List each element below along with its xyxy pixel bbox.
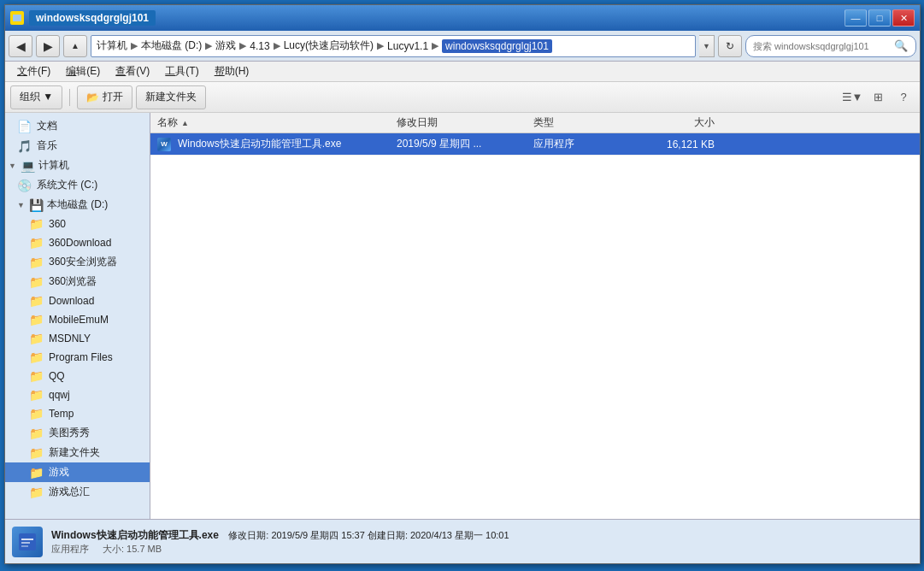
path-part-active: windowsksqdgrglgj101 [442, 39, 552, 53]
sidebar-item-doc-label: 文档 [37, 119, 57, 133]
folder-msdnly-icon: 📁 [29, 332, 44, 345]
open-label: 打开 [103, 90, 123, 104]
window-title: windowsksqdgrglgj101 [29, 10, 156, 26]
sidebar-item-programfiles-label: Program Files [49, 351, 113, 363]
menu-bar: 文件(F) 编辑(E) 查看(V) 工具(T) 帮助(H) [5, 62, 920, 82]
refresh-button[interactable]: ↻ [718, 35, 742, 57]
sidebar-item-download[interactable]: 📁 Download [5, 291, 150, 310]
separator-4: ▶ [274, 40, 280, 51]
file-type-value: 应用程序 [533, 138, 574, 150]
menu-file[interactable]: 文件(F) [10, 62, 57, 80]
file-name-cell: W Windows快速启动功能管理工具.exe [154, 137, 393, 151]
sidebar-item-newfolder-label: 新建文件夹 [49, 445, 100, 460]
back-button[interactable]: ◀ [9, 35, 32, 57]
close-button[interactable]: ✕ [892, 9, 915, 26]
c-drive-icon: 💿 [17, 179, 32, 192]
organize-button[interactable]: 组织 ▼ [10, 85, 62, 109]
sidebar-item-meitu-label: 美图秀秀 [49, 426, 90, 440]
sidebar-item-d-drive[interactable]: ▼ 💾 本地磁盘 (D:) [5, 195, 150, 215]
folder-360download-icon: 📁 [29, 236, 44, 250]
file-size-value: 16,121 KB [667, 138, 715, 150]
svg-rect-3 [21, 539, 33, 540]
sidebar-item-computer[interactable]: ▼ 💻 计算机 [5, 156, 150, 175]
col-header-date[interactable]: 修改日期 [393, 115, 530, 130]
panel-toggle-button[interactable]: ⊞ [867, 86, 889, 109]
sidebar-item-360-label: 360 [49, 218, 66, 230]
d-drive-icon: 💾 [29, 198, 44, 212]
address-path[interactable]: 计算机 ▶ 本地磁盘 (D:) ▶ 游戏 ▶ 4.13 ▶ Lucy(快速启动软… [91, 35, 696, 57]
sidebar-item-mobileemu[interactable]: 📁 MobileEmuM [5, 310, 150, 329]
separator-1: ▶ [131, 40, 138, 51]
sidebar-item-games[interactable]: 📁 游戏 [5, 462, 150, 482]
minimize-button[interactable]: — [845, 9, 867, 26]
file-size-cell: 16,121 KB [633, 138, 718, 150]
help-button[interactable]: ? [892, 86, 915, 109]
sidebar-item-newfolder[interactable]: 📁 新建文件夹 [5, 443, 150, 462]
sidebar-item-doc[interactable]: 📄 文档 [5, 116, 150, 136]
view-toggle-button[interactable]: ☰▼ [841, 86, 863, 109]
sidebar-item-qq[interactable]: 📁 QQ [5, 367, 150, 386]
col-header-type[interactable]: 类型 [530, 115, 633, 130]
sidebar-item-msdnly[interactable]: 📁 MSDNLY [5, 329, 150, 348]
sidebar-item-temp-label: Temp [49, 408, 74, 420]
computer-icon: 💻 [21, 159, 35, 173]
open-button[interactable]: 📂 打开 [77, 85, 132, 109]
menu-tools[interactable]: 工具(T) [158, 62, 205, 80]
sidebar-item-d-drive-label: 本地磁盘 (D:) [47, 197, 108, 212]
status-size: 大小: 15.7 MB [103, 543, 162, 556]
window-icon [10, 11, 24, 25]
sidebar: 📄 文档 🎵 音乐 ▼ 💻 计算机 💿 系统文件 (C:) ▼ [5, 113, 150, 519]
col-header-size[interactable]: 大小 [633, 115, 718, 130]
maximize-button[interactable]: □ [868, 9, 891, 26]
sidebar-item-meitu[interactable]: 📁 美图秀秀 [5, 423, 150, 443]
col-header-name[interactable]: 名称 ▲ [154, 115, 393, 130]
computer-expand-arrow: ▼ [9, 162, 17, 170]
sidebar-item-games-label: 游戏 [49, 465, 69, 480]
svg-rect-5 [21, 545, 28, 547]
status-info: Windows快速启动功能管理工具.exe 修改日期: 2019/5/9 星期四… [51, 528, 913, 556]
folder-360-icon: 📁 [29, 217, 44, 231]
menu-edit[interactable]: 编辑(E) [59, 62, 107, 80]
sidebar-item-360download-label: 360Download [49, 237, 111, 249]
folder-qq-icon: 📁 [29, 369, 44, 383]
sidebar-item-360browser[interactable]: 📁 360安全浏览器 [5, 252, 150, 272]
folder-qqwj-icon: 📁 [29, 388, 44, 402]
menu-help[interactable]: 帮助(H) [208, 62, 256, 80]
folder-meitu-icon: 📁 [29, 427, 44, 440]
address-bar-area: ◀ ▶ ▲ 计算机 ▶ 本地磁盘 (D:) ▶ 游戏 ▶ 4.13 ▶ Lucy… [5, 31, 920, 62]
status-bottom: 应用程序 大小: 15.7 MB [51, 543, 913, 556]
sidebar-item-qqwj[interactable]: 📁 qqwj [5, 386, 150, 404]
exe-icon: W [157, 138, 171, 151]
title-bar-left: windowsksqdgrglgj101 [10, 10, 156, 26]
file-date-cell: 2019/5/9 星期四 ... [393, 137, 530, 151]
search-button[interactable]: 🔍 [893, 38, 909, 55]
sidebar-item-c-drive[interactable]: 💿 系统文件 (C:) [5, 175, 150, 195]
sidebar-item-temp[interactable]: 📁 Temp [5, 404, 150, 423]
sidebar-item-gamesall[interactable]: 📁 游戏总汇 [5, 482, 150, 502]
folder-programfiles-icon: 📁 [29, 350, 44, 364]
forward-button[interactable]: ▶ [36, 35, 60, 57]
sidebar-item-programfiles[interactable]: 📁 Program Files [5, 348, 150, 367]
sidebar-item-music[interactable]: 🎵 音乐 [5, 136, 150, 156]
address-dropdown-button[interactable]: ▼ [699, 35, 715, 57]
status-bar: Windows快速启动功能管理工具.exe 修改日期: 2019/5/9 星期四… [5, 519, 920, 563]
new-folder-button[interactable]: 新建文件夹 [136, 85, 206, 109]
file-type-cell: 应用程序 [530, 137, 633, 151]
path-part-2: 本地磁盘 (D:) [141, 38, 202, 53]
folder-gamesall-icon: 📁 [29, 486, 44, 499]
sidebar-item-360[interactable]: 📁 360 [5, 215, 150, 233]
search-box[interactable]: 🔍 [745, 35, 916, 57]
folder-360browser-icon: 📁 [29, 256, 44, 269]
sidebar-item-360browser2[interactable]: 📁 360浏览器 [5, 272, 150, 291]
d-drive-expand-arrow: ▼ [17, 201, 26, 209]
sidebar-item-360download[interactable]: 📁 360Download [5, 233, 150, 252]
doc-icon: 📄 [17, 120, 32, 133]
menu-view[interactable]: 查看(V) [109, 62, 156, 80]
sidebar-item-msdnly-label: MSDNLY [49, 333, 91, 344]
table-row[interactable]: W Windows快速启动功能管理工具.exe 2019/5/9 星期四 ...… [150, 133, 920, 156]
sidebar-item-mobileemu-label: MobileEmuM [49, 314, 109, 326]
folder-newfolder-icon: 📁 [29, 446, 44, 460]
search-input[interactable] [753, 41, 890, 51]
sidebar-item-gamesall-label: 游戏总汇 [49, 485, 90, 499]
up-button[interactable]: ▲ [63, 35, 87, 57]
